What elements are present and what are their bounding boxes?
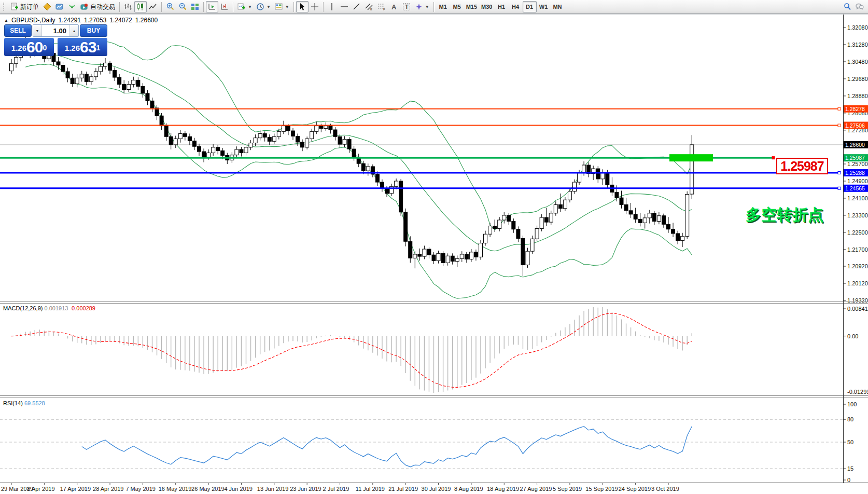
text-label-tool-button[interactable]: T xyxy=(400,1,413,12)
horizontal-line-icon xyxy=(340,3,348,11)
auto-scroll-icon xyxy=(208,3,216,11)
svg-text:1.30480: 1.30480 xyxy=(847,59,868,65)
svg-text:1.24900: 1.24900 xyxy=(847,178,868,184)
svg-text:24 Sep 2019: 24 Sep 2019 xyxy=(619,486,651,492)
arrows-tool-button[interactable]: ▼ xyxy=(413,1,431,12)
buy-price-big: 63 xyxy=(80,39,96,55)
timeframe-m30-button[interactable]: M30 xyxy=(479,1,494,12)
svg-text:28 Apr 2019: 28 Apr 2019 xyxy=(93,486,123,492)
indicators-icon xyxy=(237,3,246,11)
autotrading-icon xyxy=(80,3,89,11)
timeframe-w1-button[interactable]: W1 xyxy=(537,1,551,12)
volume-input[interactable] xyxy=(42,25,69,36)
sell-price-display[interactable]: 1.26600 xyxy=(4,38,54,56)
market-button[interactable] xyxy=(53,1,66,12)
periods-button[interactable]: ▼ xyxy=(254,1,273,12)
chart-shift-button[interactable] xyxy=(218,1,231,12)
text-tool-icon: A xyxy=(391,3,396,11)
horizontal-line-tool-button[interactable] xyxy=(338,1,351,12)
svg-text:1.25288: 1.25288 xyxy=(845,170,865,176)
svg-text:27 Aug 2019: 27 Aug 2019 xyxy=(520,486,552,492)
one-click-trading-panel: SELL ▼ ▲ BUY 1.26600 1.26631 xyxy=(4,24,107,56)
auto-scroll-button[interactable] xyxy=(206,1,218,12)
sell-button[interactable]: SELL xyxy=(4,24,32,37)
search-button[interactable] xyxy=(841,1,853,12)
crosshair-icon xyxy=(311,3,319,11)
svg-text:15: 15 xyxy=(847,465,853,472)
svg-text:-0.012931: -0.012931 xyxy=(847,389,868,395)
volume-decrease-button[interactable]: ▼ xyxy=(33,25,42,36)
svg-text:21 Jul 2019: 21 Jul 2019 xyxy=(388,486,418,492)
svg-text:4 Jun 2019: 4 Jun 2019 xyxy=(224,486,252,492)
timeframe-m1-button[interactable]: M1 xyxy=(436,1,450,12)
svg-text:100: 100 xyxy=(847,401,857,407)
svg-text:E: E xyxy=(370,8,372,11)
zoom-out-icon xyxy=(178,3,187,11)
collapse-panel-icon[interactable]: ▲ xyxy=(4,18,8,23)
svg-text:1.23300: 1.23300 xyxy=(847,212,868,218)
templates-dropdown-caret: ▼ xyxy=(285,5,289,9)
macd-label: MACD(12,26,9) 0.001913 -0.000289 xyxy=(3,305,95,311)
svg-text:1.19320: 1.19320 xyxy=(847,297,868,304)
buy-button[interactable]: BUY xyxy=(80,24,107,37)
timeframe-h1-button[interactable]: H1 xyxy=(495,1,509,12)
arrows-dropdown-caret: ▼ xyxy=(425,5,429,9)
metaeditor-icon xyxy=(43,3,51,11)
signals-button[interactable] xyxy=(66,1,78,12)
price-callout-box[interactable]: 1.25987 xyxy=(776,158,828,174)
equidistant-channel-tool-button[interactable]: E xyxy=(363,1,375,12)
fibonacci-tool-button[interactable]: F xyxy=(375,1,388,12)
timeframe-mn-button[interactable]: MN xyxy=(551,1,565,12)
line-chart-button[interactable] xyxy=(147,1,159,12)
vertical-line-icon xyxy=(328,3,336,11)
volume-increase-button[interactable]: ▲ xyxy=(69,25,78,36)
svg-text:17 Apr 2019: 17 Apr 2019 xyxy=(60,486,91,492)
autotrading-button[interactable]: 自动交易 xyxy=(78,1,117,12)
timeframe-m5-button[interactable]: M5 xyxy=(450,1,464,12)
tile-windows-button[interactable] xyxy=(189,1,201,12)
timeframe-h4-button[interactable]: H4 xyxy=(509,1,523,12)
indicators-button[interactable]: ▼ xyxy=(235,1,254,12)
metaeditor-button[interactable] xyxy=(41,1,53,12)
svg-text:15 Sep 2019: 15 Sep 2019 xyxy=(585,486,618,492)
trendline-tool-button[interactable] xyxy=(351,1,363,12)
buy-price-display[interactable]: 1.26631 xyxy=(58,38,107,56)
crosshair-tool-button[interactable] xyxy=(309,1,321,12)
chinese-note-text[interactable]: 多空转折点 xyxy=(746,204,823,226)
new-order-button[interactable]: 新订单 xyxy=(8,1,41,12)
svg-text:11 Jul 2019: 11 Jul 2019 xyxy=(356,486,385,492)
sell-price-small: 1.26 xyxy=(11,42,26,55)
zoom-out-button[interactable] xyxy=(176,1,189,12)
chart-shift-icon xyxy=(220,3,229,11)
svg-text:8 Aug 2019: 8 Aug 2019 xyxy=(454,486,483,492)
bar-chart-icon xyxy=(124,3,132,11)
candlestick-chart-button[interactable] xyxy=(134,1,147,12)
vertical-line-tool-button[interactable] xyxy=(326,1,338,12)
zoom-in-button[interactable] xyxy=(164,1,176,12)
community-chat-button[interactable] xyxy=(853,1,866,12)
svg-text:1.31280: 1.31280 xyxy=(847,42,868,48)
toolbar-separator xyxy=(203,2,204,12)
templates-button[interactable]: ▼ xyxy=(273,1,291,12)
text-label-icon: T xyxy=(402,3,411,11)
new-order-icon xyxy=(10,3,19,11)
svg-text:1.24565: 1.24565 xyxy=(845,185,865,191)
cursor-tool-button[interactable] xyxy=(296,1,309,12)
chart-symbol-period: GBPUSD-,Daily xyxy=(11,17,55,24)
mt4-window: 新订单 自动交易 xyxy=(0,0,868,494)
svg-text:1.24100: 1.24100 xyxy=(847,195,868,201)
svg-text:8 Apr 2019: 8 Apr 2019 xyxy=(27,486,54,492)
periods-dropdown-caret: ▼ xyxy=(267,5,271,9)
rsi-label: RSI(14) 69.5528 xyxy=(3,400,45,406)
timeframe-m15-button[interactable]: M15 xyxy=(464,1,479,12)
toolbar-separator xyxy=(161,2,162,12)
bar-chart-button[interactable] xyxy=(122,1,134,12)
text-tool-button[interactable]: A xyxy=(388,1,400,12)
macd-signal-value: -0.000289 xyxy=(69,305,95,311)
chart-title: ▲ GBPUSD-,Daily 1.24291 1.27053 1.24072 … xyxy=(4,17,158,24)
timeframe-d1-button[interactable]: D1 xyxy=(523,1,537,12)
rsi-name: RSI(14) xyxy=(3,400,23,406)
chart-canvas[interactable]: 1.320801.312801.304801.296801.288801.280… xyxy=(0,15,868,494)
search-icon xyxy=(843,3,851,11)
chart-area[interactable]: 1.320801.312801.304801.296801.288801.280… xyxy=(0,15,868,494)
